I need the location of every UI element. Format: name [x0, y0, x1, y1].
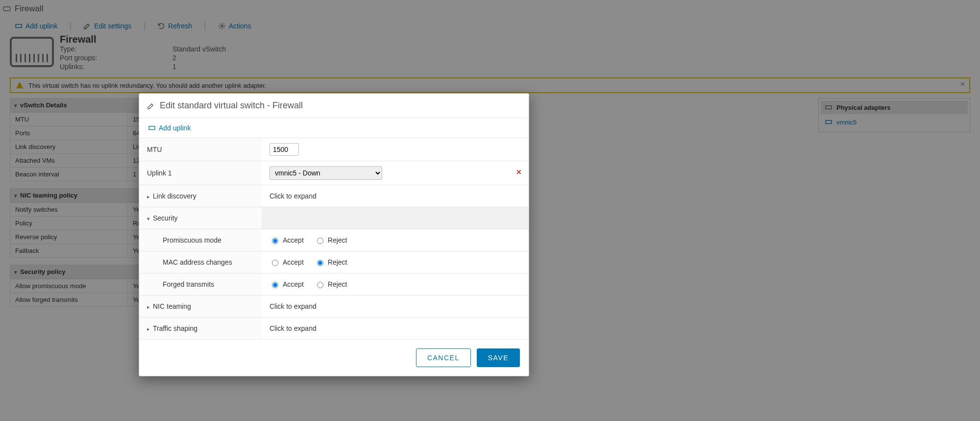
- svg-rect-7: [149, 126, 155, 130]
- nic-teaming-row[interactable]: NIC teaming: [139, 296, 262, 317]
- dialog-add-uplink[interactable]: Add uplink: [139, 118, 529, 138]
- cancel-button[interactable]: CANCEL: [416, 348, 471, 367]
- link-discovery-hint[interactable]: Click to expand: [262, 185, 529, 207]
- forged-reject-radio[interactable]: [317, 282, 323, 288]
- mac-reject[interactable]: Reject: [315, 258, 347, 266]
- chevron-down-icon: [147, 214, 150, 222]
- mtu-input[interactable]: [270, 143, 299, 156]
- forged-accept-radio[interactable]: [272, 282, 278, 288]
- mac-accept[interactable]: Accept: [270, 258, 304, 266]
- traffic-shaping-hint[interactable]: Click to expand: [262, 318, 529, 339]
- nic-teaming-hint[interactable]: Click to expand: [262, 296, 529, 317]
- nic-icon: [148, 124, 156, 132]
- forged-accept[interactable]: Accept: [270, 280, 304, 288]
- chevron-right-icon: [147, 324, 150, 332]
- chevron-right-icon: [147, 192, 150, 200]
- uplink-label: Uplink 1: [139, 161, 262, 185]
- dialog-title: Edit standard virtual switch - Firewall: [160, 100, 303, 111]
- promisc-label: Promiscuous mode: [139, 229, 262, 251]
- save-button[interactable]: SAVE: [477, 348, 520, 367]
- link-discovery-row[interactable]: Link discovery: [139, 185, 262, 207]
- chevron-right-icon: [147, 302, 150, 310]
- promisc-reject[interactable]: Reject: [315, 236, 347, 244]
- uplink-select[interactable]: vmnic5 - Down: [270, 166, 382, 180]
- mac-accept-radio[interactable]: [272, 260, 278, 266]
- traffic-shaping-row[interactable]: Traffic shaping: [139, 318, 262, 339]
- pencil-icon: [147, 102, 155, 110]
- security-row[interactable]: Security: [139, 207, 262, 229]
- promisc-accept[interactable]: Accept: [270, 236, 304, 244]
- forged-label: Forged transmits: [139, 273, 262, 295]
- edit-switch-dialog: Edit standard virtual switch - Firewall …: [139, 93, 529, 376]
- mac-label: MAC address changes: [139, 251, 262, 273]
- mac-reject-radio[interactable]: [317, 260, 323, 266]
- promisc-accept-radio[interactable]: [272, 238, 278, 244]
- forged-reject[interactable]: Reject: [315, 280, 347, 288]
- remove-uplink-icon[interactable]: ✕: [516, 168, 522, 176]
- promisc-reject-radio[interactable]: [317, 238, 323, 244]
- mtu-label: MTU: [139, 138, 262, 161]
